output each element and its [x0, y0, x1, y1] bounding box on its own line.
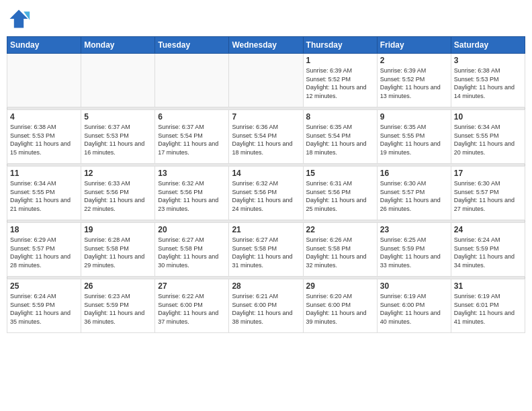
- day-info: Sunrise: 6:35 AM Sunset: 5:54 PM Dayligh…: [306, 123, 374, 156]
- calendar-day-cell: 15Sunrise: 6:31 AM Sunset: 5:56 PM Dayli…: [303, 167, 377, 220]
- day-number: 29: [306, 281, 374, 291]
- calendar-day-cell: 19Sunrise: 6:28 AM Sunset: 5:58 PM Dayli…: [81, 223, 155, 277]
- day-number: 25: [10, 281, 78, 291]
- calendar-day-cell: 20Sunrise: 6:27 AM Sunset: 5:58 PM Dayli…: [155, 223, 229, 277]
- calendar-day-cell: 30Sunrise: 6:19 AM Sunset: 6:00 PM Dayli…: [377, 279, 451, 333]
- day-info: Sunrise: 6:32 AM Sunset: 5:56 PM Dayligh…: [158, 179, 226, 213]
- day-info: Sunrise: 6:39 AM Sunset: 5:52 PM Dayligh…: [380, 66, 448, 100]
- day-info: Sunrise: 6:32 AM Sunset: 5:56 PM Dayligh…: [232, 179, 300, 213]
- calendar-day-cell: 28Sunrise: 6:21 AM Sunset: 6:00 PM Dayli…: [229, 279, 303, 333]
- calendar-week-row: 1Sunrise: 6:39 AM Sunset: 5:52 PM Daylig…: [7, 54, 525, 107]
- day-number: 10: [454, 112, 522, 122]
- calendar-day-cell: 12Sunrise: 6:33 AM Sunset: 5:56 PM Dayli…: [81, 167, 155, 220]
- calendar-table: SundayMondayTuesdayWednesdayThursdayFrid…: [7, 36, 525, 333]
- calendar-day-cell: 9Sunrise: 6:35 AM Sunset: 5:55 PM Daylig…: [377, 110, 451, 164]
- day-number: 26: [84, 281, 152, 291]
- day-number: 3: [454, 56, 522, 65]
- day-info: Sunrise: 6:29 AM Sunset: 5:57 PM Dayligh…: [10, 236, 78, 269]
- day-number: 11: [10, 169, 78, 178]
- day-info: Sunrise: 6:25 AM Sunset: 5:59 PM Dayligh…: [380, 236, 448, 269]
- calendar-day-cell: 21Sunrise: 6:27 AM Sunset: 5:58 PM Dayli…: [229, 223, 303, 277]
- day-number: 16: [380, 169, 448, 178]
- day-info: Sunrise: 6:21 AM Sunset: 6:00 PM Dayligh…: [232, 292, 300, 326]
- calendar-week-row: 11Sunrise: 6:34 AM Sunset: 5:55 PM Dayli…: [7, 167, 525, 220]
- calendar-day-cell: 29Sunrise: 6:20 AM Sunset: 6:00 PM Dayli…: [303, 279, 377, 333]
- calendar-day-cell: 17Sunrise: 6:30 AM Sunset: 5:57 PM Dayli…: [451, 167, 525, 220]
- day-number: 30: [380, 281, 448, 291]
- calendar-day-cell: 1Sunrise: 6:39 AM Sunset: 5:52 PM Daylig…: [303, 54, 377, 107]
- day-info: Sunrise: 6:27 AM Sunset: 5:58 PM Dayligh…: [158, 236, 226, 269]
- calendar-week-row: 25Sunrise: 6:24 AM Sunset: 5:59 PM Dayli…: [7, 279, 525, 333]
- day-of-week-header: Sunday: [7, 37, 81, 54]
- day-number: 27: [158, 281, 226, 291]
- calendar-day-cell: 3Sunrise: 6:38 AM Sunset: 5:53 PM Daylig…: [451, 54, 525, 107]
- day-number: 5: [84, 112, 152, 122]
- calendar-day-cell: 6Sunrise: 6:37 AM Sunset: 5:54 PM Daylig…: [155, 110, 229, 164]
- calendar-day-cell: 24Sunrise: 6:24 AM Sunset: 5:59 PM Dayli…: [451, 223, 525, 277]
- day-number: 14: [232, 169, 300, 178]
- calendar-day-cell: 25Sunrise: 6:24 AM Sunset: 5:59 PM Dayli…: [7, 279, 81, 333]
- day-number: 21: [232, 225, 300, 234]
- day-info: Sunrise: 6:31 AM Sunset: 5:56 PM Dayligh…: [306, 179, 374, 213]
- day-info: Sunrise: 6:23 AM Sunset: 5:59 PM Dayligh…: [84, 292, 152, 326]
- day-number: 17: [454, 169, 522, 178]
- day-info: Sunrise: 6:28 AM Sunset: 5:58 PM Dayligh…: [84, 236, 152, 269]
- calendar-day-cell: 26Sunrise: 6:23 AM Sunset: 5:59 PM Dayli…: [81, 279, 155, 333]
- day-info: Sunrise: 6:34 AM Sunset: 5:55 PM Dayligh…: [454, 123, 522, 156]
- day-number: 8: [306, 112, 374, 122]
- day-info: Sunrise: 6:26 AM Sunset: 5:58 PM Dayligh…: [306, 236, 374, 269]
- day-of-week-header: Saturday: [451, 37, 525, 54]
- day-of-week-header: Monday: [81, 37, 155, 54]
- day-info: Sunrise: 6:20 AM Sunset: 6:00 PM Dayligh…: [306, 292, 374, 326]
- day-number: 24: [454, 225, 522, 234]
- day-info: Sunrise: 6:38 AM Sunset: 5:53 PM Dayligh…: [454, 66, 522, 100]
- day-number: 15: [306, 169, 374, 178]
- day-number: 12: [84, 169, 152, 178]
- logo: [7, 7, 34, 31]
- day-info: Sunrise: 6:35 AM Sunset: 5:55 PM Dayligh…: [380, 123, 448, 156]
- day-number: 20: [158, 225, 226, 234]
- calendar-day-cell: 27Sunrise: 6:22 AM Sunset: 6:00 PM Dayli…: [155, 279, 229, 333]
- day-number: 4: [10, 112, 78, 122]
- day-of-week-header: Tuesday: [155, 37, 229, 54]
- calendar-day-cell: 8Sunrise: 6:35 AM Sunset: 5:54 PM Daylig…: [303, 110, 377, 164]
- calendar-day-cell: 16Sunrise: 6:30 AM Sunset: 5:57 PM Dayli…: [377, 167, 451, 220]
- day-info: Sunrise: 6:34 AM Sunset: 5:55 PM Dayligh…: [10, 179, 78, 213]
- calendar-week-row: 4Sunrise: 6:38 AM Sunset: 5:53 PM Daylig…: [7, 110, 525, 164]
- day-number: 19: [84, 225, 152, 234]
- day-info: Sunrise: 6:33 AM Sunset: 5:56 PM Dayligh…: [84, 179, 152, 213]
- day-number: 18: [10, 225, 78, 234]
- day-info: Sunrise: 6:27 AM Sunset: 5:58 PM Dayligh…: [232, 236, 300, 269]
- calendar-day-cell: 23Sunrise: 6:25 AM Sunset: 5:59 PM Dayli…: [377, 223, 451, 277]
- calendar-day-cell: [81, 54, 155, 107]
- logo-icon: [7, 7, 31, 31]
- calendar-day-cell: [155, 54, 229, 107]
- calendar-day-cell: 7Sunrise: 6:36 AM Sunset: 5:54 PM Daylig…: [229, 110, 303, 164]
- day-number: 31: [454, 281, 522, 291]
- calendar-day-cell: 2Sunrise: 6:39 AM Sunset: 5:52 PM Daylig…: [377, 54, 451, 107]
- calendar-day-cell: [7, 54, 81, 107]
- day-of-week-header: Wednesday: [229, 37, 303, 54]
- day-number: 9: [380, 112, 448, 122]
- day-info: Sunrise: 6:19 AM Sunset: 6:01 PM Dayligh…: [454, 292, 522, 326]
- day-info: Sunrise: 6:19 AM Sunset: 6:00 PM Dayligh…: [380, 292, 448, 326]
- day-info: Sunrise: 6:36 AM Sunset: 5:54 PM Dayligh…: [232, 123, 300, 156]
- day-info: Sunrise: 6:30 AM Sunset: 5:57 PM Dayligh…: [454, 179, 522, 213]
- day-info: Sunrise: 6:30 AM Sunset: 5:57 PM Dayligh…: [380, 179, 448, 213]
- calendar-day-cell: 5Sunrise: 6:37 AM Sunset: 5:53 PM Daylig…: [81, 110, 155, 164]
- day-number: 22: [306, 225, 374, 234]
- day-number: 23: [380, 225, 448, 234]
- day-number: 1: [306, 56, 374, 65]
- day-number: 6: [158, 112, 226, 122]
- day-info: Sunrise: 6:39 AM Sunset: 5:52 PM Dayligh…: [306, 66, 374, 100]
- calendar-day-cell: 31Sunrise: 6:19 AM Sunset: 6:01 PM Dayli…: [451, 279, 525, 333]
- calendar-day-cell: 13Sunrise: 6:32 AM Sunset: 5:56 PM Dayli…: [155, 167, 229, 220]
- day-number: 2: [380, 56, 448, 65]
- day-info: Sunrise: 6:24 AM Sunset: 5:59 PM Dayligh…: [10, 292, 78, 326]
- day-info: Sunrise: 6:37 AM Sunset: 5:53 PM Dayligh…: [84, 123, 152, 156]
- calendar-day-cell: [229, 54, 303, 107]
- calendar-header-row: SundayMondayTuesdayWednesdayThursdayFrid…: [7, 37, 525, 54]
- calendar-day-cell: 14Sunrise: 6:32 AM Sunset: 5:56 PM Dayli…: [229, 167, 303, 220]
- page-header: [7, 7, 525, 31]
- calendar-day-cell: 4Sunrise: 6:38 AM Sunset: 5:53 PM Daylig…: [7, 110, 81, 164]
